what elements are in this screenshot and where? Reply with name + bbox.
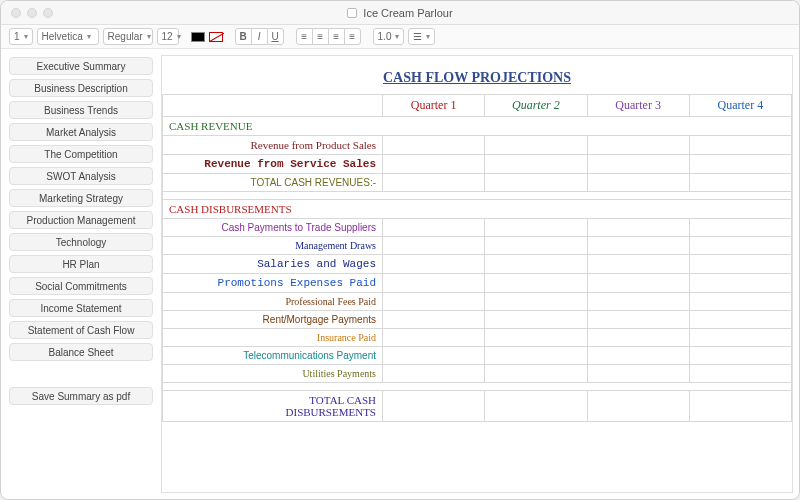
cell[interactable] bbox=[689, 174, 791, 192]
cell[interactable] bbox=[587, 174, 689, 192]
sidebar-item-swot[interactable]: SWOT Analysis bbox=[9, 167, 153, 185]
cell[interactable] bbox=[485, 136, 587, 155]
table-row: Promotions Expenses Paid bbox=[163, 274, 792, 293]
cell[interactable] bbox=[587, 237, 689, 255]
sidebar-item-market-analysis[interactable]: Market Analysis bbox=[9, 123, 153, 141]
cell[interactable] bbox=[587, 365, 689, 383]
cell[interactable] bbox=[383, 293, 485, 311]
document-scroll[interactable]: CASH FLOW PROJECTIONS Quarter 1 Quarter … bbox=[161, 55, 793, 493]
line-spacing-select[interactable]: 1.0▾ bbox=[373, 28, 405, 45]
sidebar-item-biz-description[interactable]: Business Description bbox=[9, 79, 153, 97]
cell[interactable] bbox=[383, 255, 485, 274]
list-style-select[interactable]: ☰▾ bbox=[408, 28, 435, 45]
highlight-none-swatch[interactable] bbox=[209, 32, 223, 42]
font-size-stepper[interactable]: 12▾ bbox=[157, 28, 179, 45]
cell[interactable] bbox=[689, 391, 791, 422]
sidebar-item-cash-flow[interactable]: Statement of Cash Flow bbox=[9, 321, 153, 339]
list-icon: ☰ bbox=[413, 31, 422, 42]
save-pdf-button[interactable]: Save Summary as pdf bbox=[9, 387, 153, 405]
cell[interactable] bbox=[383, 155, 485, 174]
cell[interactable] bbox=[383, 219, 485, 237]
align-left-button[interactable]: ≡ bbox=[296, 28, 313, 45]
cell[interactable] bbox=[383, 347, 485, 365]
table-row: TOTAL CASH DISBURSEMENTS bbox=[163, 391, 792, 422]
cell[interactable] bbox=[383, 274, 485, 293]
cell[interactable] bbox=[485, 293, 587, 311]
underline-button[interactable]: U bbox=[267, 28, 284, 45]
align-right-button[interactable]: ≡ bbox=[328, 28, 345, 45]
sidebar-item-marketing[interactable]: Marketing Strategy bbox=[9, 189, 153, 207]
cell[interactable] bbox=[689, 329, 791, 347]
cell[interactable] bbox=[485, 365, 587, 383]
cell[interactable] bbox=[689, 136, 791, 155]
italic-button[interactable]: I bbox=[251, 28, 268, 45]
cell[interactable] bbox=[485, 155, 587, 174]
sidebar-item-exec-summary[interactable]: Executive Summary bbox=[9, 57, 153, 75]
font-family-select[interactable]: Helvetica▾ bbox=[37, 28, 99, 45]
cell[interactable] bbox=[383, 311, 485, 329]
cell[interactable] bbox=[587, 219, 689, 237]
sidebar-item-social[interactable]: Social Commitments bbox=[9, 277, 153, 295]
cell[interactable] bbox=[587, 347, 689, 365]
cell[interactable] bbox=[689, 155, 791, 174]
cell[interactable] bbox=[689, 255, 791, 274]
cell[interactable] bbox=[383, 237, 485, 255]
table-row: TOTAL CASH REVENUES:- bbox=[163, 174, 792, 192]
format-toolbar: 1▾ Helvetica▾ Regular▾ 12▾ B I U ≡ ≡ ≡ ≡… bbox=[1, 25, 799, 49]
cell[interactable] bbox=[689, 274, 791, 293]
cell[interactable] bbox=[689, 365, 791, 383]
col-q1: Quarter 1 bbox=[383, 95, 485, 117]
cell[interactable] bbox=[587, 255, 689, 274]
cell[interactable] bbox=[485, 274, 587, 293]
section-sidebar: Executive Summary Business Description B… bbox=[1, 49, 161, 499]
cell[interactable] bbox=[485, 174, 587, 192]
row-label: TOTAL CASH REVENUES:- bbox=[163, 174, 383, 192]
cell[interactable] bbox=[689, 347, 791, 365]
cell[interactable] bbox=[587, 136, 689, 155]
cell[interactable] bbox=[689, 311, 791, 329]
cell[interactable] bbox=[485, 347, 587, 365]
row-label: Telecommunications Payment bbox=[163, 347, 383, 365]
table-row: Cash Payments to Trade Suppliers bbox=[163, 219, 792, 237]
cell[interactable] bbox=[587, 293, 689, 311]
cell[interactable] bbox=[689, 237, 791, 255]
cell[interactable] bbox=[485, 391, 587, 422]
cell[interactable] bbox=[383, 329, 485, 347]
sidebar-item-balance-sheet[interactable]: Balance Sheet bbox=[9, 343, 153, 361]
cell[interactable] bbox=[587, 311, 689, 329]
sidebar-item-income-stmt[interactable]: Income Statement bbox=[9, 299, 153, 317]
sidebar-item-competition[interactable]: The Competition bbox=[9, 145, 153, 163]
cell[interactable] bbox=[689, 219, 791, 237]
cell[interactable] bbox=[587, 391, 689, 422]
font-style-select[interactable]: Regular▾ bbox=[103, 28, 153, 45]
cell[interactable] bbox=[383, 365, 485, 383]
cell[interactable] bbox=[383, 391, 485, 422]
table-row: Telecommunications Payment bbox=[163, 347, 792, 365]
sidebar-item-biz-trends[interactable]: Business Trends bbox=[9, 101, 153, 119]
chevron-down-icon: ▾ bbox=[395, 32, 399, 41]
cell[interactable] bbox=[485, 329, 587, 347]
cell[interactable] bbox=[485, 219, 587, 237]
cell[interactable] bbox=[689, 293, 791, 311]
align-justify-button[interactable]: ≡ bbox=[344, 28, 361, 45]
text-color-swatch[interactable] bbox=[191, 32, 205, 42]
paragraph-style-select[interactable]: 1▾ bbox=[9, 28, 33, 45]
sidebar-item-production[interactable]: Production Management bbox=[9, 211, 153, 229]
sidebar-item-technology[interactable]: Technology bbox=[9, 233, 153, 251]
cell[interactable] bbox=[587, 329, 689, 347]
bold-button[interactable]: B bbox=[235, 28, 252, 45]
section-cash-disbursements: CASH DISBURSEMENTS bbox=[163, 200, 792, 219]
cell[interactable] bbox=[485, 255, 587, 274]
chevron-down-icon: ▾ bbox=[147, 32, 151, 41]
table-row: Rent/Mortgage Payments bbox=[163, 311, 792, 329]
cell[interactable] bbox=[587, 274, 689, 293]
row-label: Cash Payments to Trade Suppliers bbox=[163, 219, 383, 237]
cell[interactable] bbox=[485, 311, 587, 329]
sidebar-item-hr-plan[interactable]: HR Plan bbox=[9, 255, 153, 273]
cell[interactable] bbox=[587, 155, 689, 174]
align-center-button[interactable]: ≡ bbox=[312, 28, 329, 45]
cell[interactable] bbox=[383, 136, 485, 155]
cell[interactable] bbox=[383, 174, 485, 192]
cell[interactable] bbox=[485, 237, 587, 255]
row-label: Utilities Payments bbox=[163, 365, 383, 383]
